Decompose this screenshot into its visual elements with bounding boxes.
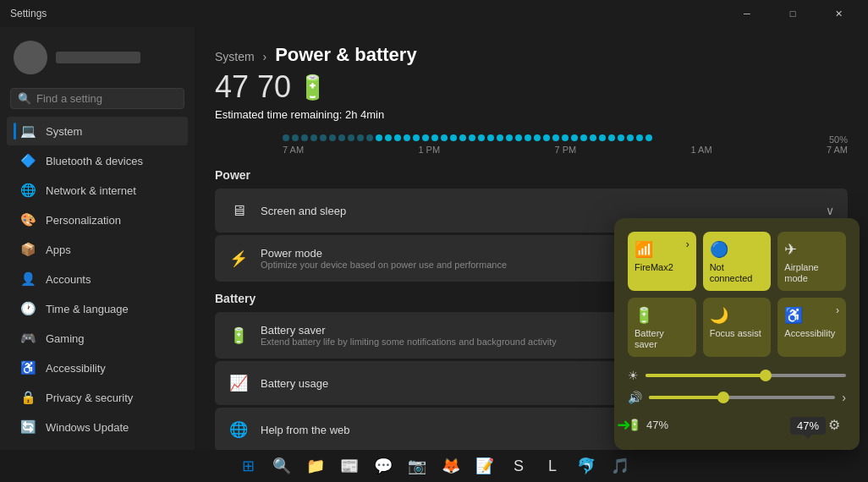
sidebar-item-accounts[interactable]: 👤Accounts <box>7 265 188 293</box>
nav-icon-update: 🔄 <box>20 419 36 435</box>
chart-time-label: 7 AM <box>283 145 304 155</box>
sidebar-item-gaming[interactable]: 🎮Gaming <box>7 324 188 353</box>
nav-icon-time: 🕐 <box>20 301 36 316</box>
maximize-button[interactable]: □ <box>773 0 812 27</box>
qs-tile-wifi[interactable]: 📶 FireMax2 › <box>628 232 696 291</box>
nav-icon-bluetooth: 🔷 <box>20 153 36 168</box>
qs-tile-battery-saver[interactable]: 🔋 Battery saver <box>628 298 696 357</box>
qs-battery-status: 🔋 47% <box>628 419 792 431</box>
qs-tile-icon-bluetooth: 🔵 <box>710 240 728 259</box>
chart-dot <box>571 134 578 141</box>
nav-label-privacy: Privacy & security <box>46 392 133 404</box>
qs-tile-accessibility[interactable]: ♿ Accessibility › <box>777 298 846 357</box>
nav-icon-personalization: 🎨 <box>20 212 36 227</box>
taskbar-icon-3[interactable]: 📰 <box>334 451 365 481</box>
search-icon: 🔍 <box>18 92 31 105</box>
chart-dot <box>525 134 531 141</box>
green-arrow: ➜ <box>617 414 631 435</box>
nav-label-accessibility: Accessibility <box>46 362 106 375</box>
chart-dot <box>283 134 289 141</box>
screen-sleep-chevron: ∨ <box>826 204 834 217</box>
chart-dot <box>497 134 503 141</box>
screen-sleep-icon: 🖥 <box>228 200 249 221</box>
brightness-thumb <box>760 370 772 381</box>
chart-dot <box>469 134 475 141</box>
chart-times: 7 AM1 PM7 PM1 AM7 AM <box>215 145 848 155</box>
titlebar-controls: ─ □ ✕ <box>728 0 858 27</box>
volume-arrow[interactable]: › <box>842 391 846 404</box>
sidebar-item-bluetooth[interactable]: 🔷Bluetooth & devices <box>7 146 188 175</box>
nav-label-update: Windows Update <box>46 421 129 434</box>
taskbar-icon-4[interactable]: 💬 <box>368 451 398 481</box>
chart-dots <box>215 134 848 141</box>
battery-tooltip: 47% <box>790 417 826 435</box>
chart-dot <box>348 134 354 141</box>
taskbar-icon-2[interactable]: 📁 <box>300 451 331 481</box>
nav-icon-system: 💻 <box>20 123 36 139</box>
sidebar-item-privacy[interactable]: 🔒Privacy & security <box>7 383 188 412</box>
breadcrumb-current: Power & battery <box>275 44 417 65</box>
search-box[interactable]: 🔍 <box>10 88 184 109</box>
nav-label-system: System <box>46 125 82 138</box>
chart-dot <box>404 134 410 141</box>
chart-dot <box>320 134 327 141</box>
taskbar-icon-10[interactable]: 🐬 <box>571 451 602 481</box>
taskbar-icon-8[interactable]: S <box>503 451 534 481</box>
minimize-button[interactable]: ─ <box>728 0 766 27</box>
chart-dot <box>478 134 485 141</box>
nav-label-personalization: Personalization <box>46 214 121 227</box>
volume-slider-row[interactable]: 🔊 › <box>628 391 846 404</box>
chart-dot <box>301 134 308 141</box>
battery-display: 47 70 🔋 <box>215 69 848 105</box>
help-web-icon: 🌐 <box>228 419 249 440</box>
chart-dot <box>450 134 457 141</box>
sidebar-item-apps[interactable]: 📦Apps <box>7 235 188 264</box>
chart-dot <box>357 134 364 141</box>
battery-usage-icon: 📈 <box>228 373 249 393</box>
nav-icon-network: 🌐 <box>20 183 36 198</box>
chart-dot <box>534 134 541 141</box>
sidebar-item-accessibility[interactable]: ♿Accessibility <box>7 353 188 382</box>
chart-dot <box>562 134 569 141</box>
nav-label-time: Time & language <box>46 303 129 315</box>
chart-dot <box>599 134 606 141</box>
chart-dot <box>608 134 615 141</box>
chart-dot <box>431 134 438 141</box>
qs-settings-icon[interactable]: ⚙ <box>822 413 846 436</box>
qs-tile-focus[interactable]: 🌙 Focus assist <box>703 298 772 357</box>
taskbar-icon-0[interactable]: ⊞ <box>233 451 263 481</box>
volume-fill <box>649 396 723 399</box>
taskbar-icon-5[interactable]: 📷 <box>402 451 432 481</box>
taskbar-icon-11[interactable]: 🎵 <box>605 451 635 481</box>
taskbar-icon-1[interactable]: 🔍 <box>266 451 297 481</box>
taskbar-icon-9[interactable]: L <box>537 451 568 481</box>
close-button[interactable]: ✕ <box>819 0 858 27</box>
brightness-slider[interactable] <box>646 374 846 377</box>
volume-slider[interactable] <box>649 396 835 399</box>
sidebar-item-network[interactable]: 🌐Network & internet <box>7 176 188 205</box>
sidebar-item-personalization[interactable]: 🎨Personalization <box>7 205 188 234</box>
qs-tile-airplane[interactable]: ✈ Airplane mode <box>777 232 846 291</box>
sidebar-item-time[interactable]: 🕐Time & language <box>7 294 188 323</box>
nav-label-accounts: Accounts <box>46 273 91 286</box>
qs-tile-icon-accessibility: ♿ <box>784 306 803 325</box>
sidebar-item-update[interactable]: 🔄Windows Update <box>7 413 188 441</box>
nav-icon-privacy: 🔒 <box>20 390 36 405</box>
nav-icon-apps: 📦 <box>20 242 36 257</box>
sidebar-item-system[interactable]: 💻System <box>7 117 188 145</box>
chart-dot <box>329 134 336 141</box>
qs-tile-bluetooth[interactable]: 🔵 Not connected <box>703 232 772 291</box>
nav-icon-accounts: 👤 <box>20 271 36 287</box>
brightness-slider-row[interactable]: ☀ <box>628 369 846 382</box>
username-bar <box>56 52 140 63</box>
qs-grid: 📶 FireMax2 › 🔵 Not connected ✈ Airplane … <box>628 232 846 357</box>
power-section-title: Power <box>215 168 848 182</box>
qs-tile-icon-airplane: ✈ <box>784 240 797 259</box>
chart-dot <box>636 134 643 141</box>
chart-dot <box>543 134 550 141</box>
taskbar-icon-6[interactable]: 🦊 <box>436 451 466 481</box>
search-input[interactable] <box>36 92 179 105</box>
qs-tile-icon-focus: 🌙 <box>710 306 728 325</box>
taskbar-icon-7[interactable]: 📝 <box>470 451 500 481</box>
quick-settings-panel: 📶 FireMax2 › 🔵 Not connected ✈ Airplane … <box>614 218 860 450</box>
